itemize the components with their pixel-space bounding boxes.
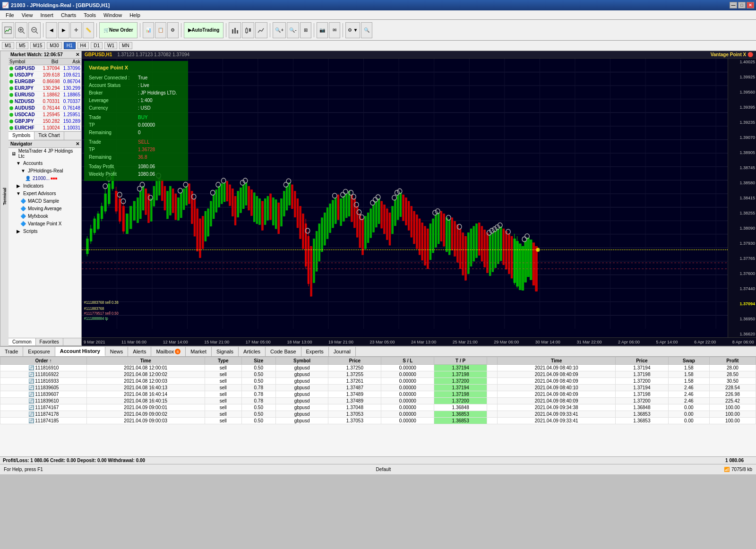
term-tab-market[interactable]: Market	[186, 347, 212, 356]
maximize-button[interactable]: □	[738, 2, 746, 9]
market-watch-row[interactable]: NZDUSD 0.70331 0.70337	[9, 98, 81, 105]
auto-trading-button[interactable]: ▶ AutoTrading	[184, 22, 224, 38]
nav-item-scripts[interactable]: ▶ Scripts	[9, 227, 81, 235]
bar-chart-button[interactable]	[229, 22, 241, 38]
email-button[interactable]: ✉	[329, 22, 340, 38]
terminal-tab-button[interactable]: Terminal	[0, 51, 9, 346]
menu-help[interactable]: Help	[126, 11, 144, 19]
chart-canvas-container[interactable]: #111883768 sell 0.38 #111883768 #1117795…	[82, 59, 756, 337]
td-size: 0.78	[241, 391, 275, 398]
line-studies-button[interactable]: 📏	[83, 22, 94, 38]
term-tab-mailbox[interactable]: Mailbox 6	[151, 347, 186, 356]
table-row[interactable]: 🔄 111816933 2021.04.08 12:00:03 sell 0.5…	[0, 378, 756, 385]
zoom-out2-button[interactable]: 🔍-	[287, 22, 299, 38]
mw-tab-tick[interactable]: Tick Chart	[34, 132, 64, 140]
new-order-button[interactable]: 🛒 New Order	[99, 22, 137, 38]
market-watch-row[interactable]: EURUSD 1.18862 1.18865	[9, 92, 81, 98]
close-button[interactable]: ✕	[747, 2, 754, 9]
orders-table[interactable]: Order ↑ Time Type Size Symbol Price S / …	[0, 357, 756, 456]
zoom-out-button[interactable]	[28, 22, 41, 38]
nav-item-mt4[interactable]: 🖥 MetaTrader 4 JP Holdings Ltc	[9, 148, 81, 159]
minimize-button[interactable]: —	[730, 2, 737, 9]
zoom-in-button[interactable]	[15, 22, 27, 38]
tf-m30[interactable]: M30	[47, 42, 61, 49]
table-row[interactable]: 🔄 111816922 2021.04.08 12:00:02 sell 0.5…	[0, 371, 756, 378]
menu-insert[interactable]: Insert	[36, 11, 57, 19]
scroll-right-button[interactable]: ▶	[58, 22, 69, 38]
market-watch-row[interactable]: EURJPY 130.294 130.299	[9, 85, 81, 92]
tf-h1[interactable]: H1	[64, 42, 76, 49]
nav-item-ma[interactable]: 🔷 Moving Average	[9, 205, 81, 212]
tf-h4[interactable]: H4	[77, 42, 89, 49]
svg-rect-88	[150, 199, 152, 222]
nav-item-myfxbook[interactable]: 🔷 Myfxbook	[9, 212, 81, 220]
table-row[interactable]: 🔄 111874185 2021.04.09 09:00:03 sell 0.5…	[0, 418, 756, 424]
table-row[interactable]: 🔄 111874167 2021.04.09 09:00:01 sell 0.5…	[0, 404, 756, 411]
term-tab-news[interactable]: News	[105, 347, 129, 356]
market-watch-row[interactable]: USDCAD 1.25945 1.25951	[9, 112, 81, 118]
table-row[interactable]: 🔄 111839607 2021.04.08 16:40:14 sell 0.7…	[0, 391, 756, 398]
screenshot-button[interactable]: 📷	[317, 22, 328, 38]
tf-m5[interactable]: M5	[16, 42, 28, 49]
term-tab-experts[interactable]: Experts	[301, 347, 329, 356]
nav-item-jpholdings[interactable]: ▼ JPHoldings-Real	[9, 167, 81, 174]
term-tab-codebase[interactable]: Code Base	[266, 347, 301, 356]
tf-m15[interactable]: M15	[30, 42, 45, 49]
account-indicators: ■■■	[51, 176, 58, 180]
menu-view[interactable]: View	[18, 11, 37, 19]
zoom-in2-button[interactable]: 🔍+	[273, 22, 286, 38]
period-sep-button[interactable]: ⚙	[167, 22, 179, 38]
td-swap: 1.58	[668, 371, 709, 378]
menu-file[interactable]: File	[2, 11, 18, 19]
templates-button[interactable]: 📋	[155, 22, 166, 38]
nav-item-accounts[interactable]: ▼ Accounts	[9, 159, 81, 167]
navigator-panel: 🖥 MetaTrader 4 JP Holdings Ltc ▼ Account…	[9, 148, 81, 338]
svg-rect-105	[186, 186, 188, 205]
table-row[interactable]: 🔄 111874178 2021.04.09 09:00:02 sell 0.5…	[0, 411, 756, 418]
term-tab-signals[interactable]: Signals	[212, 347, 239, 356]
tf-w1[interactable]: W1	[104, 42, 117, 49]
mw-tab-symbols[interactable]: Symbols	[9, 132, 34, 140]
table-row[interactable]: 🔄 111839605 2021.04.08 16:40:13 sell 0.7…	[0, 385, 756, 391]
table-row[interactable]: 🔄 111839610 2021.04.08 16:40:15 sell 0.7…	[0, 398, 756, 404]
market-watch-row[interactable]: GBPUSD 1.37094 1.37096	[9, 65, 81, 72]
tf-mn[interactable]: MN	[119, 42, 132, 49]
menu-tools[interactable]: Tools	[80, 11, 100, 19]
new-chart-button[interactable]	[2, 22, 14, 38]
term-tab-articles[interactable]: Articles	[239, 347, 266, 356]
indicators-button[interactable]: 📊	[143, 22, 154, 38]
candle-chart-button[interactable]	[242, 22, 254, 38]
crosshair-button[interactable]: ✛	[70, 22, 82, 38]
term-tab-journal[interactable]: Journal	[329, 347, 356, 356]
table-row[interactable]: 🔄 111816910 2021.04.08 12:00:01 sell 0.5…	[0, 365, 756, 371]
line-chart-button[interactable]	[255, 22, 267, 38]
settings-button[interactable]: ⚙ ▼	[345, 22, 361, 38]
nav-item-indicators[interactable]: ▶ Indicators	[9, 182, 81, 189]
tf-d1[interactable]: D1	[91, 42, 103, 49]
menu-charts[interactable]: Charts	[57, 11, 80, 19]
term-tab-history[interactable]: Account History	[55, 347, 105, 356]
svg-rect-176	[343, 196, 345, 221]
nav-item-expert-advisors[interactable]: ▼ Expert Advisors	[9, 189, 81, 197]
nav-tab-common[interactable]: Common	[9, 338, 36, 345]
market-watch-row[interactable]: AUDUSD 0.76144 0.76148	[9, 105, 81, 112]
term-tab-exposure[interactable]: Exposure	[23, 347, 55, 356]
navigator-close-icon[interactable]: ✕	[76, 141, 79, 146]
market-watch-row[interactable]: EURCHF 1.10024 1.10031	[9, 125, 81, 131]
nav-item-vpx[interactable]: 🔷 Vantage Point X	[9, 220, 81, 227]
menu-window[interactable]: Window	[100, 11, 126, 19]
nav-tab-favorites[interactable]: Favorites	[36, 338, 63, 345]
svg-rect-53	[86, 239, 89, 254]
fit-button[interactable]: ⊞	[300, 22, 311, 38]
market-watch-row[interactable]: USDJPY 109.618 109.621	[9, 72, 81, 78]
market-watch-close-icon[interactable]: ✕	[76, 52, 79, 57]
term-tab-trade[interactable]: Trade	[0, 347, 23, 356]
tf-m1[interactable]: M1	[2, 42, 14, 49]
market-watch-row[interactable]: GBPJPY 150.282 150.289	[9, 118, 81, 125]
market-watch-row[interactable]: EURGBP 0.86698 0.86704	[9, 78, 81, 85]
nav-item-macd[interactable]: 🔷 MACD Sample	[9, 197, 81, 205]
term-tab-alerts[interactable]: Alerts	[128, 347, 151, 356]
scroll-left-button[interactable]: ◀	[46, 22, 57, 38]
nav-item-account-active[interactable]: 👤 21000... ■■■	[9, 174, 81, 182]
search-button[interactable]: 🔍	[361, 22, 372, 38]
